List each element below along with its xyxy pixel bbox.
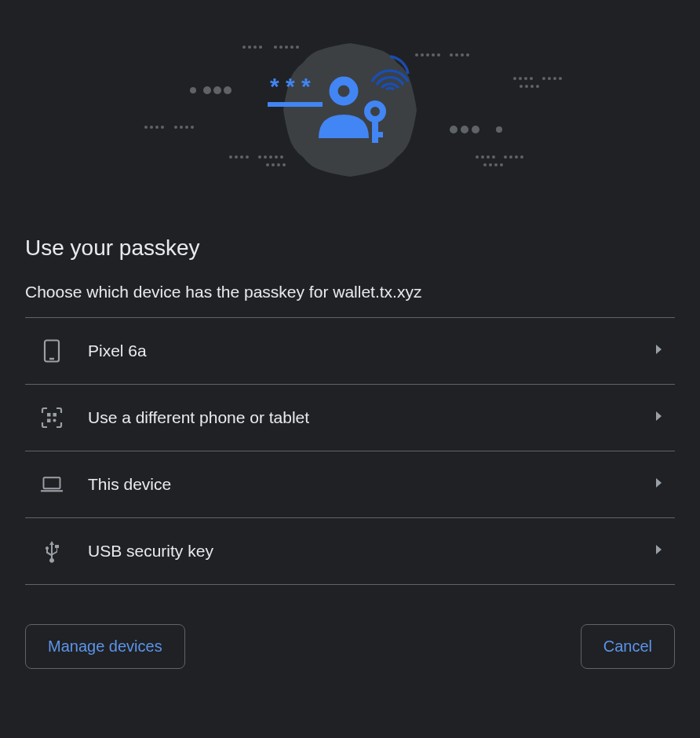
svg-point-30 — [246, 155, 249, 159]
svg-point-35 — [280, 155, 283, 159]
svg-point-32 — [264, 155, 267, 159]
svg-point-59 — [432, 53, 435, 57]
svg-point-61 — [450, 53, 453, 57]
svg-rect-5 — [268, 102, 323, 107]
device-option-pixel6a[interactable]: Pixel 6a — [25, 318, 675, 385]
svg-point-45 — [519, 77, 522, 80]
svg-point-38 — [277, 163, 280, 166]
svg-point-14 — [274, 46, 277, 49]
svg-point-75 — [494, 163, 498, 166]
device-option-other-phone[interactable]: Use a different phone or tablet — [25, 385, 675, 451]
svg-point-29 — [240, 155, 243, 159]
svg-point-23 — [174, 126, 177, 129]
svg-point-51 — [559, 77, 562, 80]
svg-point-12 — [253, 46, 257, 49]
svg-rect-2 — [372, 118, 378, 143]
chevron-right-icon — [654, 343, 664, 359]
svg-point-53 — [525, 85, 528, 88]
device-option-this-device[interactable]: This device — [25, 451, 675, 518]
svg-point-64 — [466, 53, 469, 57]
svg-point-19 — [144, 126, 148, 129]
passkey-illustration-icon: * * * — [130, 31, 570, 188]
device-label: Pixel 6a — [88, 342, 629, 360]
svg-point-46 — [524, 77, 527, 80]
svg-point-48 — [542, 77, 545, 80]
svg-point-67 — [487, 155, 490, 159]
svg-point-65 — [476, 155, 479, 159]
usb-icon — [41, 540, 63, 562]
svg-point-33 — [269, 155, 272, 159]
svg-point-37 — [272, 163, 275, 166]
smartphone-icon — [41, 340, 63, 362]
svg-point-15 — [279, 46, 283, 49]
svg-point-10 — [242, 46, 246, 49]
chevron-right-icon — [654, 543, 664, 559]
svg-point-43 — [496, 126, 502, 133]
svg-point-41 — [461, 126, 468, 133]
svg-point-52 — [520, 85, 523, 88]
passkey-dialog: * * * — [0, 0, 700, 694]
svg-point-26 — [191, 126, 194, 129]
svg-rect-80 — [53, 413, 57, 417]
svg-point-6 — [190, 87, 196, 93]
svg-point-42 — [472, 126, 479, 133]
svg-text:* * *: * * * — [270, 73, 311, 99]
cancel-button[interactable]: Cancel — [581, 624, 675, 669]
svg-point-17 — [290, 46, 293, 49]
svg-point-47 — [530, 77, 533, 80]
svg-point-57 — [421, 53, 424, 57]
dialog-title: Use your passkey — [25, 236, 675, 261]
svg-point-49 — [548, 77, 551, 80]
dialog-subtitle: Choose which device has the passkey for … — [25, 283, 675, 301]
svg-point-73 — [483, 163, 487, 166]
chevron-right-icon — [654, 477, 664, 492]
svg-point-28 — [235, 155, 238, 159]
svg-point-44 — [513, 77, 516, 80]
svg-point-55 — [536, 85, 539, 88]
svg-rect-83 — [44, 477, 60, 488]
svg-point-34 — [275, 155, 278, 159]
svg-point-11 — [248, 46, 251, 49]
manage-devices-button[interactable]: Manage devices — [25, 624, 185, 669]
svg-point-63 — [461, 53, 464, 57]
svg-point-18 — [296, 46, 299, 49]
qr-icon — [41, 407, 63, 429]
chevron-right-icon — [654, 410, 664, 426]
svg-point-20 — [150, 126, 153, 129]
svg-point-22 — [161, 126, 164, 129]
dialog-footer: Manage devices Cancel — [25, 624, 675, 669]
device-label: USB security key — [88, 542, 629, 561]
device-option-usb-key[interactable]: USB security key — [25, 518, 675, 585]
svg-point-36 — [266, 163, 269, 166]
svg-point-71 — [515, 155, 518, 159]
svg-point-56 — [415, 53, 418, 57]
svg-point-68 — [492, 155, 495, 159]
device-label: This device — [88, 475, 629, 494]
svg-point-70 — [509, 155, 512, 159]
svg-point-74 — [489, 163, 492, 166]
svg-point-60 — [437, 53, 440, 57]
svg-point-72 — [520, 155, 523, 159]
svg-point-7 — [203, 86, 211, 94]
laptop-icon — [41, 473, 63, 495]
svg-point-13 — [259, 46, 262, 49]
svg-point-54 — [530, 85, 534, 88]
svg-point-50 — [553, 77, 556, 80]
svg-point-16 — [285, 46, 288, 49]
svg-rect-3 — [372, 132, 383, 137]
svg-point-66 — [481, 155, 484, 159]
svg-point-24 — [180, 126, 183, 129]
svg-point-27 — [229, 155, 232, 159]
svg-point-39 — [283, 163, 286, 166]
svg-point-31 — [258, 155, 261, 159]
svg-point-69 — [504, 155, 507, 159]
device-label: Use a different phone or tablet — [88, 408, 629, 427]
svg-point-8 — [213, 86, 221, 94]
svg-point-58 — [426, 53, 429, 57]
svg-point-40 — [450, 126, 458, 133]
device-list: Pixel 6a Use a different phone or tablet — [25, 317, 675, 585]
svg-rect-79 — [47, 413, 51, 417]
svg-point-76 — [500, 163, 503, 166]
hero-illustration: * * * — [25, 0, 675, 220]
svg-point-21 — [155, 126, 159, 129]
